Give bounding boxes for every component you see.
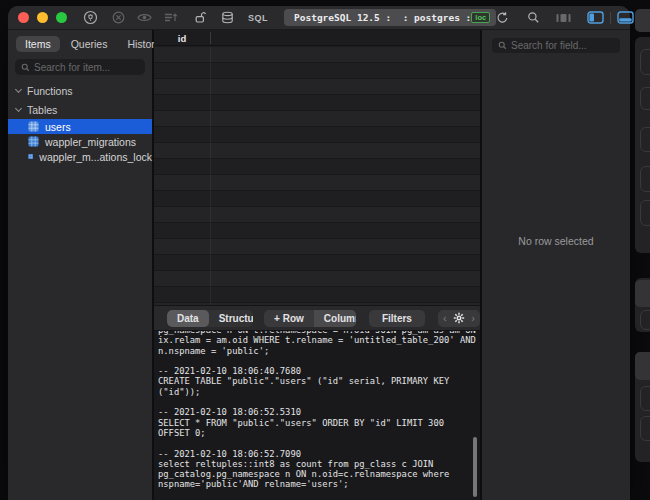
search-icon	[498, 41, 507, 50]
sidebar-search-input[interactable]: Search for item...	[15, 59, 145, 75]
sidebar: Items Queries History Search for item...…	[8, 30, 152, 500]
window-title: PostgreSQL 12.5 : : postgres :	[294, 12, 471, 23]
minimize-window-button[interactable]	[37, 12, 48, 23]
columns-button[interactable]: Columns	[314, 310, 356, 327]
no-row-selected-text: No row selected	[482, 235, 630, 247]
data-grid-pane: id Data Structure +Row Columns Filters	[154, 30, 480, 500]
chevron-down-icon	[15, 86, 22, 93]
grid-rows-area[interactable]	[154, 47, 480, 305]
plus-icon: +	[274, 313, 280, 324]
zoom-window-button[interactable]	[56, 12, 67, 23]
previous-page-button[interactable]: ‹	[438, 310, 452, 327]
sql-editor-button[interactable]: SQL	[248, 13, 268, 23]
refresh-icon[interactable]	[496, 10, 509, 26]
table-item-users[interactable]: users	[8, 119, 152, 134]
titlebar: SQL PostgreSQL 12.5 : : postgres : loc	[8, 6, 630, 30]
toggle-left-panel-icon[interactable]	[587, 10, 604, 26]
app-window: SQL PostgreSQL 12.5 : : postgres : loc	[8, 6, 630, 500]
sidebar-tab-queries[interactable]: Queries	[62, 36, 117, 52]
page-nav-group: ‹ ›	[438, 310, 480, 327]
column-resize-handle[interactable]	[210, 32, 211, 44]
background-window-fragment	[630, 0, 650, 500]
sidebar-search-placeholder: Search for item...	[34, 62, 110, 73]
gear-icon[interactable]	[452, 310, 467, 327]
lock-open-icon[interactable]	[194, 10, 207, 26]
tab-bar-icon[interactable]	[556, 10, 571, 26]
sidebar-tab-items[interactable]: Items	[16, 36, 60, 52]
local-connection-badge: loc	[471, 12, 490, 23]
column-header-id[interactable]: id	[154, 30, 210, 46]
row-columns-group: +Row Columns	[264, 310, 356, 327]
eye-icon[interactable]	[137, 10, 152, 26]
chevron-down-icon	[15, 105, 22, 112]
sidebar-tab-bar: Items Queries History	[8, 30, 152, 56]
table-item-wappler-migrations-lock[interactable]: wappler_m...ations_lock	[8, 149, 152, 164]
table-grid-icon	[28, 121, 39, 132]
next-page-button[interactable]: ›	[466, 310, 480, 327]
sql-log-panel[interactable]: pg_namespace n ON t.relnamespace = n.oid…	[154, 331, 480, 500]
grid-header-row: id	[154, 30, 480, 46]
table-grid-icon	[28, 151, 33, 162]
filters-button[interactable]: Filters	[369, 310, 425, 327]
table-grid-icon	[28, 136, 39, 147]
window-title-pill[interactable]: PostgreSQL 12.5 : : postgres : loc	[284, 9, 496, 26]
traffic-lights	[18, 12, 67, 23]
tree-section-functions[interactable]: Functions	[8, 81, 152, 100]
row-detail-panel: Search for field... No row selected	[482, 30, 630, 500]
disconnect-icon[interactable]	[112, 10, 125, 26]
close-window-button[interactable]	[18, 12, 29, 23]
column-separator	[210, 47, 211, 305]
data-tab-button[interactable]: Data	[167, 310, 209, 327]
field-search-input[interactable]: Search for field...	[492, 38, 620, 53]
structure-tab-button[interactable]: Structure	[209, 310, 253, 327]
field-search-placeholder: Search for field...	[511, 40, 587, 51]
add-row-button[interactable]: +Row	[264, 310, 314, 327]
table-item-wappler-migrations[interactable]: wappler_migrations	[8, 134, 152, 149]
sql-log-text: pg_namespace n ON t.relnamespace = n.oid…	[158, 331, 480, 500]
search-icon	[21, 63, 30, 72]
tree-section-tables[interactable]: Tables	[8, 100, 152, 119]
connection-icon[interactable]	[83, 10, 98, 26]
database-icon[interactable]	[221, 10, 234, 26]
search-icon[interactable]	[527, 10, 540, 26]
view-mode-segmented-control: Data Structure	[167, 310, 253, 327]
sql-log-scrollbar[interactable]	[473, 437, 477, 497]
import-list-icon[interactable]	[164, 10, 178, 26]
grid-toolbar: Data Structure +Row Columns Filters ‹ ›	[154, 305, 480, 331]
